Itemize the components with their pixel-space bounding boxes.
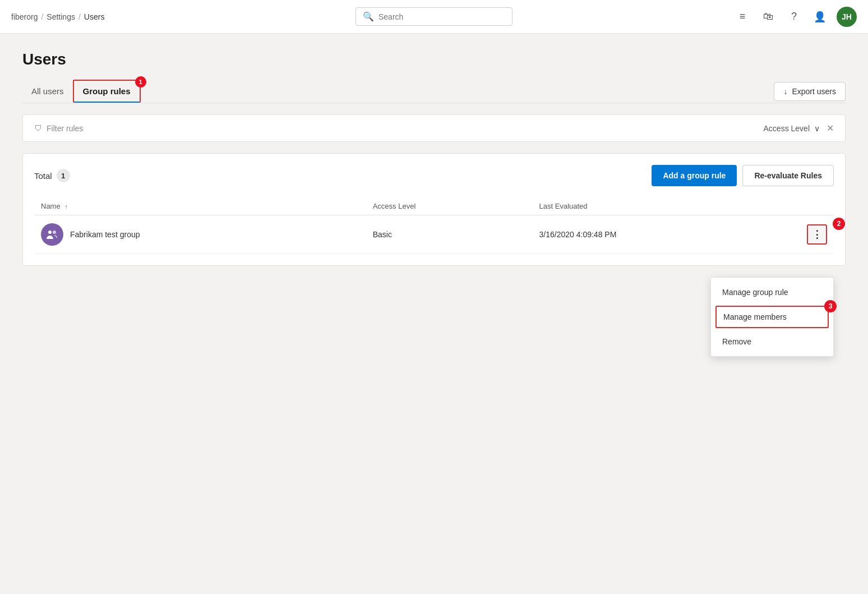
breadcrumb-settings[interactable]: Settings xyxy=(47,12,75,21)
breadcrumb-sep2: / xyxy=(79,12,81,21)
context-menu: Manage group rule Manage members 3 Remov… xyxy=(710,277,834,357)
table-card: Total 1 Add a group rule Re-evaluate Rul… xyxy=(22,153,846,266)
filter-label[interactable]: ⛉ Filter rules xyxy=(34,124,83,133)
tab-badge-1: 1 xyxy=(135,76,146,88)
table-actions: Add a group rule Re-evaluate Rules xyxy=(652,165,834,186)
search-bar[interactable]: 🔍 xyxy=(355,7,513,26)
filter-bar: ⛉ Filter rules Access Level ∨ ✕ xyxy=(22,114,846,142)
export-icon: ↓ xyxy=(783,87,787,96)
settings-icon[interactable]: 👤 xyxy=(811,8,829,26)
page-title: Users xyxy=(22,50,846,68)
step-badge-3: 3 xyxy=(824,300,837,312)
col-name[interactable]: Name ↑ xyxy=(34,197,366,215)
avatar[interactable]: JH xyxy=(837,7,857,27)
step-badge-2: 2 xyxy=(833,218,845,230)
group-avatar xyxy=(41,223,63,246)
total-count-badge: 1 xyxy=(57,169,70,182)
access-level-cell: Basic xyxy=(366,215,533,254)
table-header-row: Name ↑ Access Level Last Evaluated xyxy=(34,197,834,215)
list-icon[interactable]: ≡ xyxy=(733,8,751,26)
table-header: Total 1 Add a group rule Re-evaluate Rul… xyxy=(34,165,834,186)
access-level-filter[interactable]: Access Level ∨ xyxy=(764,124,820,133)
context-menu-manage-members[interactable]: Manage members 3 xyxy=(715,306,829,328)
group-name-cell: Fabrikam test group xyxy=(34,215,366,254)
reevaluate-rules-button[interactable]: Re-evaluate Rules xyxy=(742,165,834,186)
chevron-down-icon: ∨ xyxy=(814,124,820,133)
close-filter-icon[interactable]: ✕ xyxy=(827,123,834,133)
help-icon[interactable]: ? xyxy=(785,8,803,26)
col-access-level: Access Level xyxy=(366,197,533,215)
group-name: Fabrikam test group xyxy=(70,230,140,239)
col-last-evaluated: Last Evaluated xyxy=(533,197,800,215)
search-input[interactable] xyxy=(378,12,505,21)
filter-icon: ⛉ xyxy=(34,124,42,133)
svg-point-0 xyxy=(48,231,52,234)
group-cell: Fabrikam test group xyxy=(41,223,359,246)
topnav: fiberorg / Settings / Users 🔍 ≡ 🛍 ? 👤 JH xyxy=(0,0,868,34)
breadcrumb-sep1: / xyxy=(41,12,43,21)
sort-asc-icon: ↑ xyxy=(64,203,68,210)
bag-icon[interactable]: 🛍 xyxy=(759,8,777,26)
search-icon: 🔍 xyxy=(363,11,374,22)
col-actions xyxy=(800,197,834,215)
table-body: Fabrikam test group Basic 3/16/2020 4:09… xyxy=(34,215,834,254)
group-icon xyxy=(45,228,59,241)
add-group-rule-button[interactable]: Add a group rule xyxy=(652,165,737,186)
table-row: Fabrikam test group Basic 3/16/2020 4:09… xyxy=(34,215,834,254)
svg-point-1 xyxy=(53,231,56,234)
actions-cell: ⋮ 2 xyxy=(800,215,834,254)
tab-wrapper-group-rules: Group rules 1 xyxy=(73,80,141,103)
context-menu-manage-group-rule[interactable]: Manage group rule xyxy=(711,281,833,303)
breadcrumb-current: Users xyxy=(84,12,105,21)
tab-all-users[interactable]: All users xyxy=(22,81,73,102)
nav-icons: ≡ 🛍 ? 👤 JH xyxy=(733,7,857,27)
export-users-button[interactable]: ↓ Export users xyxy=(774,82,846,101)
breadcrumb: fiberorg / Settings / Users xyxy=(11,12,104,21)
last-evaluated-cell: 3/16/2020 4:09:48 PM xyxy=(533,215,800,254)
more-options-button[interactable]: ⋮ xyxy=(807,224,827,245)
main-content: Users All users Group rules 1 ↓ Export u… xyxy=(0,34,868,283)
total-label: Total 1 xyxy=(34,169,70,182)
breadcrumb-org[interactable]: fiberorg xyxy=(11,12,38,21)
data-table: Name ↑ Access Level Last Evaluated xyxy=(34,197,834,254)
table-head: Name ↑ Access Level Last Evaluated xyxy=(34,197,834,215)
tab-group-rules[interactable]: Group rules 1 xyxy=(73,80,141,103)
tabs-bar: All users Group rules 1 ↓ Export users xyxy=(22,80,846,103)
context-menu-remove[interactable]: Remove xyxy=(711,330,833,353)
